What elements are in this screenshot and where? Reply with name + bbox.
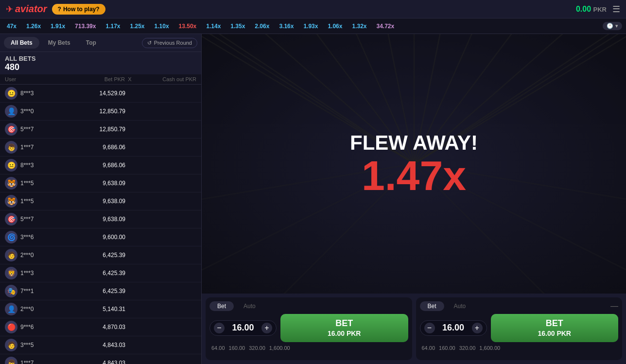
- bet-tab-2-auto[interactable]: Auto: [446, 301, 474, 311]
- previous-round-button[interactable]: ↺ Previous Round: [142, 38, 197, 48]
- balance-value: 0.00: [576, 5, 591, 13]
- avatar: 🎯: [5, 213, 17, 225]
- avatar: 👤: [5, 105, 17, 118]
- bet-input-row-2: − 16.00 + BET 16.00 PKR: [420, 314, 619, 342]
- balance-currency: PKR: [593, 6, 607, 13]
- bet-button-1-sub: 16.00 PKR: [328, 329, 361, 338]
- bet-tab-2-bet[interactable]: Bet: [420, 301, 444, 311]
- game-text-container: FLEW AWAY! 1.47x: [350, 131, 478, 196]
- mult-item-3[interactable]: 713.39x: [72, 22, 99, 31]
- mult-item-4[interactable]: 1.17x: [103, 22, 123, 31]
- bet-tab-1-auto[interactable]: Auto: [236, 301, 263, 311]
- tab-top[interactable]: Top: [79, 37, 103, 49]
- quick-1600-2[interactable]: 1,600.00: [479, 345, 500, 351]
- bet-amount: 9,686.06: [64, 144, 125, 151]
- bet-button-2-label: BET: [546, 318, 563, 329]
- avatar: 🦁: [5, 267, 17, 279]
- bet-panel-1-tabs: Bet Auto: [209, 301, 408, 311]
- mult-item-9[interactable]: 1.35x: [227, 22, 248, 31]
- how-to-play-button[interactable]: ? How to play?: [52, 4, 105, 15]
- multiplier-display: 1.47x: [362, 155, 466, 196]
- mult-item-11[interactable]: 3.16x: [276, 22, 296, 31]
- bet-amount: 9,638.09: [64, 180, 125, 187]
- table-row: 👤 2***0 5,140.31: [0, 300, 201, 318]
- table-row: 🧑 3***5 4,843.03: [0, 336, 201, 354]
- header: ✈ aviator ? How to play? 0.00 PKR ☰: [0, 0, 626, 18]
- quick-64-2[interactable]: 64.00: [422, 345, 435, 351]
- mult-item-7[interactable]: 13.50x: [176, 22, 200, 31]
- mult-item-12[interactable]: 1.93x: [300, 22, 321, 31]
- bet-user: 1***5: [20, 198, 64, 205]
- bet-amount: 6,425.39: [64, 270, 125, 277]
- bet-value-1: 16.00: [228, 323, 258, 333]
- bet-amount: 4,843.03: [64, 360, 125, 364]
- bet-value-2: 16.00: [439, 323, 468, 333]
- bet-button-1[interactable]: BET 16.00 PKR: [280, 314, 408, 342]
- col-header-bet: Bet PKR: [63, 76, 125, 82]
- table-row: 🧑 2***0 6,425.39: [0, 246, 201, 264]
- bet-amount: 12,850.79: [64, 108, 125, 115]
- bet-button-1-label: BET: [335, 318, 353, 329]
- bet-plus-1[interactable]: +: [261, 323, 272, 333]
- mult-item-5[interactable]: 1.25x: [127, 22, 148, 31]
- bet-user: 5***7: [20, 126, 64, 133]
- table-row: 🎯 5***7 9,638.09: [0, 210, 201, 228]
- avatar: 🐯: [5, 177, 17, 190]
- quick-320-1[interactable]: 320.00: [249, 345, 265, 351]
- avatar: 🌀: [5, 231, 17, 243]
- header-right: 0.00 PKR ☰: [576, 4, 620, 15]
- avatar: 🐯: [5, 195, 17, 208]
- multiplier-nav[interactable]: 🕐 ▾: [603, 22, 622, 30]
- bet-plus-2[interactable]: +: [472, 323, 483, 333]
- bet-user: 3***5: [20, 342, 64, 348]
- avatar: 👦: [5, 141, 17, 154]
- mult-item-13[interactable]: 1.06x: [325, 22, 345, 31]
- balance-display: 0.00 PKR: [576, 5, 607, 14]
- mult-item-2[interactable]: 1.91x: [48, 22, 68, 31]
- flew-away-text: FLEW AWAY!: [350, 131, 478, 155]
- quick-320-2[interactable]: 320.00: [459, 345, 476, 351]
- tab-all-bets[interactable]: All Bets: [4, 37, 39, 49]
- chevron-down-icon: ▾: [615, 23, 618, 29]
- bet-input-control-2: − 16.00 +: [420, 320, 487, 336]
- bet-amount: 4,843.03: [64, 342, 125, 348]
- left-panel: All Bets My Bets Top ↺ Previous Round AL…: [0, 34, 202, 364]
- bet-amount: 9,638.09: [64, 216, 125, 223]
- menu-icon[interactable]: ☰: [612, 4, 620, 15]
- table-row: 🎯 5***7 12,850.79: [0, 121, 201, 139]
- table-row: 🦁 1***3 6,425.39: [0, 264, 201, 282]
- question-icon: ?: [58, 6, 61, 13]
- quick-64-1[interactable]: 64.00: [211, 345, 225, 351]
- table-row: 🔴 9***6 4,870.03: [0, 318, 201, 336]
- quick-1600-1[interactable]: 1,600.00: [269, 345, 290, 351]
- refresh-icon: ↺: [147, 40, 152, 46]
- bet-button-2[interactable]: BET 16.00 PKR: [491, 314, 619, 342]
- main-layout: All Bets My Bets Top ↺ Previous Round AL…: [0, 34, 626, 364]
- bet-user: 1***3: [20, 270, 64, 277]
- center-panel: FLEW AWAY! 1.47x Bet Auto − 16.00 +: [202, 34, 626, 364]
- mult-item-10[interactable]: 2.06x: [252, 22, 272, 31]
- table-row: 👦 1***7 4,843.03: [0, 354, 201, 364]
- bet-tab-1-bet[interactable]: Bet: [209, 301, 234, 311]
- bet-minus-1[interactable]: −: [214, 323, 225, 333]
- bets-table-header: User Bet PKR X Cash out PKR: [0, 74, 201, 85]
- quick-160-2[interactable]: 160.00: [439, 345, 455, 351]
- bet-input-control-1: − 16.00 +: [209, 320, 277, 336]
- bet-minus-2[interactable]: −: [424, 323, 435, 333]
- mult-item-1[interactable]: 1.26x: [23, 22, 44, 31]
- logo-text: aviator: [15, 3, 47, 15]
- mult-item-6[interactable]: 1.10x: [152, 22, 172, 31]
- bet-amount: 9,600.00: [64, 234, 125, 241]
- tab-my-bets[interactable]: My Bets: [41, 37, 77, 49]
- mult-item-0[interactable]: 47x: [4, 22, 19, 31]
- all-bets-header: ALL BETS 480: [0, 52, 201, 74]
- table-row: 🐯 1***5 9,638.09: [0, 174, 201, 192]
- avatar: 🎭: [5, 285, 17, 297]
- mult-item-15[interactable]: 34.72x: [374, 22, 398, 31]
- mult-item-8[interactable]: 1.14x: [203, 22, 224, 31]
- avatar: 😐: [5, 87, 17, 100]
- bet-button-2-sub: 16.00 PKR: [538, 329, 571, 338]
- col-header-user: User: [5, 76, 63, 82]
- mult-item-14[interactable]: 1.32x: [349, 22, 369, 31]
- quick-160-1[interactable]: 160.00: [229, 345, 245, 351]
